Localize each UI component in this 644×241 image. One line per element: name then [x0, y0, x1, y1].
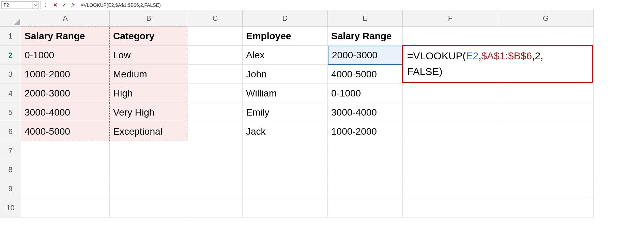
select-all-triangle[interactable]	[0, 10, 21, 27]
cell-G10[interactable]	[498, 198, 594, 217]
cell-A5[interactable]: 3000-4000	[21, 103, 110, 122]
col-header-B[interactable]: B	[110, 10, 188, 27]
cell-B7[interactable]	[110, 141, 188, 160]
cell-C8[interactable]	[188, 160, 243, 179]
cell-D5[interactable]: Emily	[243, 103, 328, 122]
cell-C10[interactable]	[188, 198, 243, 217]
cell-E7[interactable]	[328, 141, 403, 160]
col-header-G[interactable]: G	[498, 10, 594, 27]
cell-G1[interactable]	[498, 27, 594, 46]
row-header-8[interactable]: 8	[0, 160, 21, 179]
row-header-6[interactable]: 6	[0, 122, 21, 141]
cell-D6[interactable]: Jack	[243, 122, 328, 141]
cell-D10[interactable]	[243, 198, 328, 217]
cell-F2[interactable]: =VLOOKUP(E2,$A$1:$B$6,2,FALSE)	[403, 46, 498, 65]
cell-A7[interactable]	[21, 141, 110, 160]
cell-F6[interactable]	[403, 122, 498, 141]
enter-button[interactable]: ✓	[60, 1, 68, 9]
cell-A1[interactable]: Salary Range	[21, 27, 110, 46]
cell-C9[interactable]	[188, 179, 243, 198]
cell-G6[interactable]	[498, 122, 594, 141]
formula-comma-3: ,	[540, 50, 543, 61]
cell-A6[interactable]: 4000-5000	[21, 122, 110, 141]
cell-C6[interactable]	[188, 122, 243, 141]
cell-G5[interactable]	[498, 103, 594, 122]
col-header-D[interactable]: D	[243, 10, 328, 27]
cell-A9[interactable]	[21, 179, 110, 198]
formula-overlay: =VLOOKUP(E2,$A$1:$B$6,2,FALSE)	[402, 45, 593, 83]
cell-F8[interactable]	[403, 160, 498, 179]
cell-A8[interactable]	[21, 160, 110, 179]
cell-A10[interactable]	[21, 198, 110, 217]
cell-E8[interactable]	[328, 160, 403, 179]
cell-E3[interactable]: 4000-5000	[328, 65, 403, 84]
cell-C3[interactable]	[188, 65, 243, 84]
cell-G4[interactable]	[498, 84, 594, 103]
row-header-5[interactable]: 5	[0, 103, 21, 122]
cell-D9[interactable]	[243, 179, 328, 198]
cell-F9[interactable]	[403, 179, 498, 198]
row-header-3[interactable]: 3	[0, 65, 21, 84]
col-header-E[interactable]: E	[328, 10, 403, 27]
separator	[40, 1, 41, 9]
row-header-1[interactable]: 1	[0, 27, 21, 46]
row-header-9[interactable]: 9	[0, 179, 21, 198]
cell-B6[interactable]: Exceptional	[110, 122, 188, 141]
cell-F1[interactable]	[403, 27, 498, 46]
cell-B5[interactable]: Very High	[110, 103, 188, 122]
cell-D1[interactable]: Employee	[243, 27, 328, 46]
cell-C1[interactable]	[188, 27, 243, 46]
col-header-F[interactable]: F	[403, 10, 498, 27]
cell-E5[interactable]: 3000-4000	[328, 103, 403, 122]
cell-A2[interactable]: 0-1000	[21, 46, 110, 65]
cell-A4[interactable]: 2000-3000	[21, 84, 110, 103]
cell-G7[interactable]	[498, 141, 594, 160]
name-box[interactable]: F2	[1, 1, 39, 9]
cell-F4[interactable]	[403, 84, 498, 103]
expand-dropdown-icon[interactable]	[42, 1, 51, 9]
cell-B9[interactable]	[110, 179, 188, 198]
col-header-A[interactable]: A	[21, 10, 110, 27]
fx-icon[interactable]: fx	[68, 1, 77, 9]
cell-G8[interactable]	[498, 160, 594, 179]
cell-B10[interactable]	[110, 198, 188, 217]
cell-F10[interactable]	[403, 198, 498, 217]
formula-input[interactable]: =VLOOKUP(E2,$A$1:$B$6,2,FALSE)	[79, 2, 643, 8]
cell-G9[interactable]	[498, 179, 594, 198]
cell-F7[interactable]	[403, 141, 498, 160]
cell-C7[interactable]	[188, 141, 243, 160]
cell-B4[interactable]: High	[110, 84, 188, 103]
spreadsheet-app: F2 ✕ ✓ fx =VLOOKUP(E2,$A$1:$B$6,2,FALSE)…	[0, 0, 644, 217]
cell-E10[interactable]	[328, 198, 403, 217]
cell-B8[interactable]	[110, 160, 188, 179]
row-header-7[interactable]: 7	[0, 141, 21, 160]
cancel-button[interactable]: ✕	[51, 1, 60, 9]
cell-D7[interactable]	[243, 141, 328, 160]
cell-B3[interactable]: Medium	[110, 65, 188, 84]
row-header-10[interactable]: 10	[0, 198, 21, 217]
cell-E6[interactable]: 1000-2000	[328, 122, 403, 141]
formula-fn: =VLOOKUP(	[407, 50, 466, 61]
name-box-dropdown-icon[interactable]	[32, 2, 39, 9]
name-box-value[interactable]: F2	[2, 2, 32, 9]
cell-C5[interactable]	[188, 103, 243, 122]
cell-grid[interactable]: A B C D E F G 1 Salary Range Category Em…	[0, 10, 644, 217]
cell-D3[interactable]: John	[243, 65, 328, 84]
cell-C4[interactable]	[188, 84, 243, 103]
cell-E4[interactable]: 0-1000	[328, 84, 403, 103]
cell-C2[interactable]	[188, 46, 243, 65]
cell-B1[interactable]: Category	[110, 27, 188, 46]
cell-D8[interactable]	[243, 160, 328, 179]
cell-E9[interactable]	[328, 179, 403, 198]
cell-F5[interactable]	[403, 103, 498, 122]
cell-D4[interactable]: William	[243, 84, 328, 103]
row-header-4[interactable]: 4	[0, 84, 21, 103]
cell-B2[interactable]: Low	[110, 46, 188, 65]
cell-A3[interactable]: 1000-2000	[21, 65, 110, 84]
row-header-2[interactable]: 2	[0, 46, 21, 65]
cell-E1[interactable]: Salary Range	[328, 27, 403, 46]
cell-D2[interactable]: Alex	[243, 46, 328, 65]
cell-E2[interactable]: 2000-3000	[328, 46, 403, 65]
col-header-C[interactable]: C	[188, 10, 243, 27]
svg-point-0	[45, 3, 46, 4]
